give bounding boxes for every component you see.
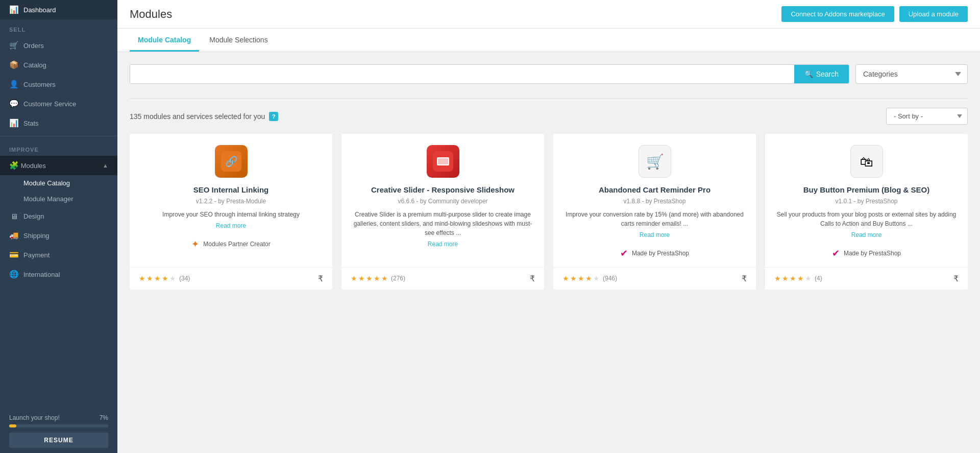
sidebar-label-international: International [23,271,60,278]
partner-icon-1: ✦ [191,239,199,250]
svg-text:🛍: 🛍 [860,154,873,170]
progress-bar-bg [9,424,108,427]
catalog-icon: 📦 [9,60,18,69]
sidebar-item-stats[interactable]: 📊 Stats [0,113,117,133]
sidebar-item-payment[interactable]: 💳 Payment [0,245,117,265]
sidebar-label-orders: Orders [23,42,44,50]
sidebar-divider [0,136,117,136]
module-card-footer-3: ★ ★ ★ ★ ★ (946) ₹ [553,267,756,290]
module-card-footer-4: ★ ★ ★ ★ ★ (4) ₹ [765,267,968,290]
dashboard-icon: 📊 [9,5,18,14]
progress-bar-fill [9,424,16,427]
sidebar-item-label: Dashboard [23,6,56,14]
tab-module-selections[interactable]: Module Selections [201,29,276,52]
module-desc-2: Creative Slider is a premium multi-purpo… [351,210,535,237]
count-sort-row: 135 modules and services selected for yo… [130,108,968,125]
sidebar-item-design[interactable]: 🖥 Design [0,207,117,226]
search-input-wrap: 🔍 Search [130,64,849,84]
module-desc-4: Sell your products from your blog posts … [774,210,959,228]
review-count-4: (4) [815,275,822,282]
upload-module-button[interactable]: Upload a module [899,6,968,22]
search-row: 🔍 Search Categories [130,64,968,84]
price-symbol-3: ₹ [742,274,747,283]
module-stars-2: ★ ★ ★ ★ ★ (276) [351,274,405,282]
resume-button[interactable]: RESUME [9,433,108,448]
read-more-link-1[interactable]: Read more [216,222,246,229]
module-title-4: Buy Button Premium (Blog & SEO) [803,185,930,195]
sidebar-item-customer-service[interactable]: 💬 Customer Service [0,94,117,113]
sidebar-label-catalog: Catalog [23,61,46,69]
sidebar-bottom: Launch your shop! 7% RESUME [0,407,117,453]
module-icon-buy-button: 🛍 [850,145,883,178]
module-icon-creative-slider [427,145,459,178]
module-card-footer-1: ★ ★ ★ ★ ★ (34) ₹ [130,267,332,290]
sidebar-sub-item-module-catalog[interactable]: Module Catalog [0,175,117,191]
module-desc-3: Improve your conversion rate by 15% (and… [562,210,747,228]
sidebar: 📊 Dashboard SELL 🛒 Orders 📦 Catalog 👤 Cu… [0,0,117,453]
modules-icon: 🧩 [9,161,19,170]
svg-text:🔗: 🔗 [225,155,237,168]
launch-label-text: Launch your shop! [9,414,60,421]
module-title-1: SEO Internal Linking [193,185,269,195]
module-title-2: Creative Slider - Responsive Slideshow [371,185,514,195]
module-stars-3: ★ ★ ★ ★ ★ (946) [562,274,617,282]
sidebar-label-modules: Modules [21,162,46,170]
module-version-1: v1.2.2 - by Presta-Module [196,198,266,205]
sidebar-item-international[interactable]: 🌐 International [0,265,117,284]
read-more-link-4[interactable]: Read more [851,231,881,239]
module-icon-seo-internal-linking: 🔗 [215,145,248,178]
stats-icon: 📊 [9,118,18,128]
review-count-1: (34) [179,275,190,282]
search-input[interactable] [130,65,794,83]
chevron-up-icon: ▲ [103,162,108,169]
sidebar-item-shipping[interactable]: 🚚 Shipping [0,226,117,245]
search-icon: 🔍 [804,70,813,78]
sidebar-sub-item-module-manager[interactable]: Module Manager [0,191,117,207]
page-body: 🔍 Search Categories 135 modules and serv… [117,52,980,453]
module-desc-1: Improve your SEO through internal linkin… [162,210,300,219]
module-version-2: v6.6.6 - by Community developer [398,198,487,205]
module-card-abandoned-cart: 🛒 Abandoned Cart Reminder Pro v1.8.8 - b… [553,134,756,290]
read-more-link-3[interactable]: Read more [640,231,670,239]
sidebar-label-payment: Payment [23,251,50,259]
sidebar-section-sell: SELL [0,19,117,36]
badge-label-3: Made by PrestaShop [632,250,689,257]
sidebar-item-dashboard[interactable]: 📊 Dashboard [0,0,117,19]
badge-label-1: Modules Partner Creator [203,241,270,248]
customer-service-icon: 💬 [9,99,18,108]
module-card-creative-slider: Creative Slider - Responsive Slideshow v… [341,134,544,290]
module-card-seo-internal-linking: 🔗 SEO Internal Linking v1.2.2 - by Prest… [130,134,332,290]
tab-module-catalog[interactable]: Module Catalog [130,29,199,52]
sidebar-item-catalog[interactable]: 📦 Catalog [0,55,117,75]
orders-icon: 🛒 [9,41,18,50]
sidebar-label-stats: Stats [23,120,39,127]
module-version-4: v1.0.1 - by PrestaShop [835,198,897,205]
sidebar-label-design: Design [23,212,44,220]
svg-text:🛒: 🛒 [646,153,664,170]
search-button[interactable]: 🔍 Search [794,65,849,83]
sort-select[interactable]: - Sort by - Name A-Z Name Z-A Increasing… [886,108,968,125]
sidebar-label-customers: Customers [23,81,56,88]
help-icon[interactable]: ? [269,112,278,121]
payment-icon: 💳 [9,250,18,259]
sidebar-item-orders[interactable]: 🛒 Orders [0,36,117,55]
section-divider [130,98,968,99]
sidebar-item-customers[interactable]: 👤 Customers [0,75,117,94]
svg-rect-4 [438,158,448,164]
main-content: Modules Connect to Addons marketplace Up… [117,0,980,453]
design-icon: 🖥 [9,212,18,221]
sidebar-label-shipping: Shipping [23,232,50,240]
module-card-buy-button: 🛍 Buy Button Premium (Blog & SEO) v1.0.1… [765,134,968,290]
sidebar-item-modules[interactable]: 🧩 Modules ▲ [0,156,117,175]
price-symbol-1: ₹ [318,274,323,283]
modules-grid: 🔗 SEO Internal Linking v1.2.2 - by Prest… [130,134,968,290]
connect-addons-button[interactable]: Connect to Addons marketplace [781,6,894,22]
sidebar-section-improve: IMPROVE [0,139,117,156]
read-more-link-2[interactable]: Read more [428,241,458,248]
launch-percent: 7% [100,414,108,421]
module-badge-3: ✔ Made by PrestaShop [620,248,689,259]
categories-select[interactable]: Categories [855,64,968,84]
module-version-3: v1.8.8 - by PrestaShop [623,198,685,205]
page-title: Modules [130,8,172,21]
sidebar-label-customer-service: Customer Service [23,100,76,108]
